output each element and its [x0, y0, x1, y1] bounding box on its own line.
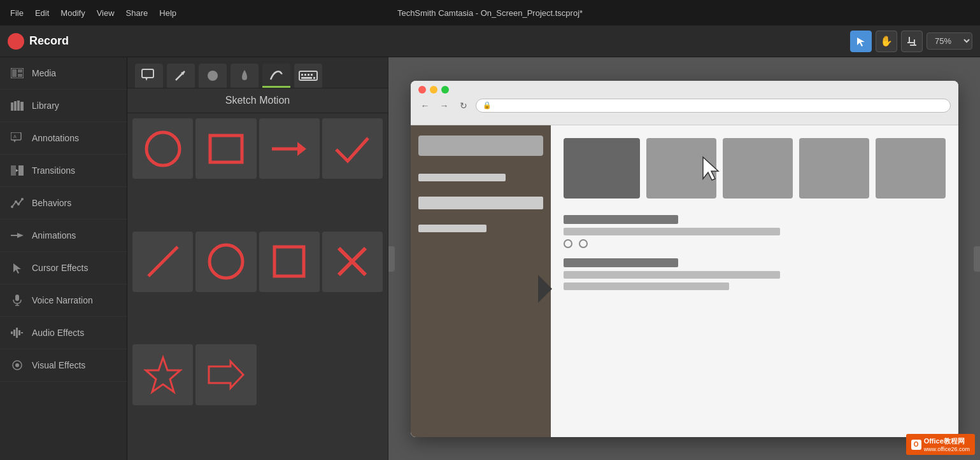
back-button[interactable]: ← [418, 99, 432, 113]
card-1 [564, 138, 640, 199]
svg-point-24 [17, 203, 20, 206]
sidebar-label-annotations: Annotations [32, 133, 79, 143]
sidebar-item-transitions[interactable]: Transitions [0, 155, 127, 187]
svg-rect-2 [907, 42, 914, 43]
effect-checkmark[interactable] [322, 118, 383, 179]
svg-rect-52 [210, 136, 242, 162]
effect-square[interactable] [259, 232, 320, 292]
menu-view[interactable]: View [97, 8, 115, 18]
svg-rect-11 [17, 101, 20, 111]
animations-icon [10, 228, 24, 242]
menu-edit[interactable]: Edit [35, 8, 49, 18]
main-layout: Media Library A Annotations Transitions … [0, 57, 980, 460]
sidebar-label-media: Media [32, 68, 56, 78]
effect-tool-keyboard[interactable] [294, 64, 322, 88]
svg-marker-0 [857, 38, 865, 46]
sidebar-item-visual-effects[interactable]: Visual Effects [0, 349, 127, 382]
menu-help[interactable]: Help [159, 8, 176, 18]
browser-sidebar [411, 125, 551, 437]
browser-main [551, 125, 958, 437]
effect-tool-circle[interactable] [199, 64, 227, 88]
sidebar-item-cursor-effects[interactable]: Cursor Effects [0, 252, 127, 284]
sidebar-label-library: Library [32, 101, 59, 111]
text-line-1 [564, 228, 780, 235]
sidebar-item-audio-effects[interactable]: Audio Effects [0, 317, 127, 349]
card-3 [723, 138, 793, 199]
svg-marker-40 [145, 78, 148, 81]
window-title: TechSmith Camtasia - On_Screen_Project.t… [397, 8, 583, 18]
svg-text:A: A [13, 134, 17, 139]
svg-point-51 [146, 132, 180, 165]
effect-rect[interactable] [195, 118, 256, 179]
effect-tool-sketch[interactable] [262, 64, 290, 88]
svg-point-23 [15, 200, 17, 203]
cursor-effects-icon [10, 261, 24, 275]
svg-rect-7 [18, 69, 22, 73]
toolbar-right: ✋ 75% 50% 100% 150% [850, 31, 972, 52]
effect-star[interactable] [132, 344, 193, 405]
circle-2 [579, 239, 588, 248]
sidebar-item-media[interactable]: Media [0, 57, 127, 90]
svg-point-25 [21, 198, 24, 200]
svg-marker-27 [17, 233, 24, 238]
svg-rect-10 [14, 101, 17, 111]
record-button[interactable]: Record [8, 33, 69, 50]
sidebar-item-behaviors[interactable]: Behaviors [0, 187, 127, 220]
svg-point-38 [15, 363, 19, 367]
svg-rect-9 [11, 102, 13, 111]
close-window-dot[interactable] [418, 86, 426, 94]
sidebar-item-animations[interactable]: Animations [0, 220, 127, 252]
card-2 [646, 138, 716, 199]
sidebar-label-voice-narration: Voice Narration [32, 295, 93, 305]
sidebar-item-library[interactable]: Library [0, 90, 127, 122]
svg-rect-34 [16, 328, 18, 338]
svg-marker-54 [297, 142, 306, 156]
zoom-dropdown[interactable]: 75% 50% 100% 150% [927, 32, 972, 50]
cards-row [564, 138, 946, 199]
refresh-button[interactable]: ↻ [457, 99, 471, 113]
record-icon [8, 33, 24, 50]
library-icon [10, 99, 24, 113]
address-bar[interactable]: 🔒 [476, 99, 951, 113]
svg-rect-17 [18, 165, 24, 176]
menu-share[interactable]: Share [126, 8, 148, 18]
svg-rect-49 [301, 77, 312, 79]
svg-rect-48 [311, 74, 313, 76]
select-tool-button[interactable] [850, 31, 872, 52]
svg-rect-50 [313, 77, 315, 79]
maximize-window-dot[interactable] [441, 86, 449, 94]
effect-arrow-right[interactable] [259, 118, 320, 179]
sidebar-item-annotations[interactable]: A Annotations [0, 122, 127, 155]
effect-tool-arrow[interactable] [167, 64, 195, 88]
effect-forward-arrow[interactable] [195, 344, 256, 405]
effect-x-mark[interactable] [322, 232, 383, 292]
svg-marker-18 [16, 169, 18, 172]
effects-grid [127, 113, 388, 460]
effect-tool-drop[interactable] [231, 64, 259, 88]
crop-tool-button[interactable] [901, 31, 923, 52]
menu-bar[interactable]: File Edit Modify View Share Help [10, 8, 176, 18]
forward-button[interactable]: → [437, 99, 451, 113]
menu-file[interactable]: File [10, 8, 24, 18]
text-block-1 [564, 215, 946, 248]
media-icon [10, 66, 24, 80]
browser-sidebar-line2 [418, 225, 487, 232]
text-line-3 [564, 282, 729, 290]
effects-panel: Sketch Motion [127, 57, 388, 460]
pan-tool-button[interactable]: ✋ [876, 31, 897, 52]
menu-modify[interactable]: Modify [60, 8, 85, 18]
text-heading-1 [564, 215, 678, 224]
left-resize-handle[interactable] [388, 246, 395, 272]
effect-circle2[interactable] [195, 232, 256, 292]
effect-tool-callout[interactable] [135, 64, 163, 88]
record-label: Record [29, 34, 69, 48]
watermark-icon: O [911, 440, 921, 450]
effect-circle[interactable] [132, 118, 193, 179]
behaviors-icon [10, 196, 24, 210]
effects-panel-title: Sketch Motion [127, 88, 388, 113]
right-resize-handle[interactable] [974, 246, 980, 272]
effect-diagonal-line[interactable] [132, 232, 193, 292]
minimize-window-dot[interactable] [430, 86, 437, 94]
svg-rect-35 [18, 330, 20, 335]
sidebar-item-voice-narration[interactable]: Voice Narration [0, 284, 127, 317]
